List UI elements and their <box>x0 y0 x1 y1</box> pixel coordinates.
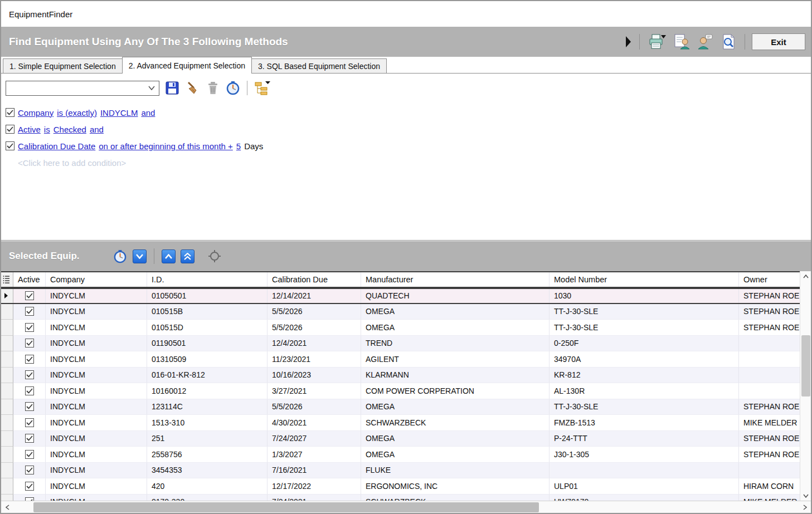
row-active-checkbox[interactable] <box>25 386 34 395</box>
row-active-checkbox[interactable] <box>25 482 34 491</box>
row-active-checkbox[interactable] <box>25 434 34 443</box>
condition-row-2: ActiveisCheckedand <box>6 121 806 138</box>
table-row[interactable]: INDYCLM42012/17/2022ERGONOMICS, INCULP01… <box>1 478 800 495</box>
cell-manufacturer: COM POWER CORPERATION <box>361 383 550 399</box>
filter-toolbar <box>1 74 811 99</box>
saved-filter-combobox[interactable] <box>6 81 159 96</box>
clear-filter-button[interactable] <box>185 80 201 96</box>
exit-button[interactable]: Exit <box>752 33 805 50</box>
row-active-checkbox[interactable] <box>25 291 34 300</box>
row-selector[interactable] <box>1 304 13 320</box>
table-row[interactable]: INDYCLM0105050112/14/2021QUADTECH1030STE… <box>1 288 800 304</box>
condition-checkbox[interactable] <box>6 141 14 150</box>
title-bar: EquipmentFinder <box>1 1 811 27</box>
row-active-checkbox[interactable] <box>25 323 34 332</box>
condition-term[interactable]: 5 <box>236 141 241 151</box>
add-condition-prompt[interactable]: <Click here to add condition> <box>6 154 806 171</box>
condition-term[interactable]: Active <box>18 125 41 134</box>
row-selector[interactable] <box>1 415 13 431</box>
condition-term[interactable]: Company <box>18 108 54 118</box>
condition-checkbox[interactable] <box>6 125 14 134</box>
table-row[interactable]: INDYCLM0170-3307/24/2021SCHWARZBECKUW701… <box>1 495 800 501</box>
column-header-manufacturer[interactable]: Manufacturer <box>361 272 550 287</box>
condition-term[interactable]: on or after beginning of this month + <box>99 141 233 151</box>
vertical-scrollbar[interactable] <box>800 271 811 501</box>
table-row[interactable]: INDYCLM25587561/3/2027OMEGAJ30-1-305STEP… <box>1 447 800 463</box>
row-selector[interactable] <box>1 447 13 463</box>
row-active-checkbox[interactable] <box>25 402 34 411</box>
condition-term[interactable]: is <box>44 125 50 134</box>
check-icon <box>26 435 33 441</box>
timer-button[interactable] <box>113 249 128 264</box>
table-row[interactable]: INDYCLM0119050112/4/2021TREND0-250F <box>1 336 800 352</box>
table-row[interactable]: INDYCLM34543537/16/2021FLUKE <box>1 463 800 479</box>
row-selector[interactable] <box>1 478 13 495</box>
vertical-scroll-thumb[interactable] <box>801 335 810 396</box>
column-header-active[interactable]: Active <box>13 272 46 287</box>
column-header-selector[interactable] <box>1 272 13 287</box>
horizontal-scroll-thumb[interactable] <box>33 502 539 512</box>
row-selector[interactable] <box>1 463 13 479</box>
scroll-down-arrow[interactable] <box>800 491 811 501</box>
table-row[interactable]: INDYCLM016-01-KR-81210/16/2023KLARMANNKR… <box>1 368 800 384</box>
delete-filter-button[interactable] <box>206 80 220 96</box>
row-selector[interactable] <box>1 399 13 415</box>
condition-term[interactable]: is (exactly) <box>57 108 97 118</box>
row-active-checkbox[interactable] <box>25 355 34 364</box>
table-row[interactable]: INDYCLM010515D5/5/2026OMEGATT-J-30-SLEST… <box>1 320 800 336</box>
print-button[interactable] <box>646 32 668 51</box>
table-row[interactable]: INDYCLM2517/24/2027OMEGAP-24-TTTSTEPHAN … <box>1 431 800 447</box>
user-query-button[interactable] <box>696 32 714 51</box>
run-button[interactable] <box>624 35 633 49</box>
scroll-right-arrow[interactable] <box>799 501 811 513</box>
tab-3[interactable]: 3. SQL Based Equipment Selection <box>251 58 387 74</box>
row-active-checkbox[interactable] <box>25 450 34 459</box>
row-active-checkbox[interactable] <box>25 339 34 347</box>
table-row[interactable]: INDYCLM010515B5/5/2026OMEGATT-J-30-SLEST… <box>1 304 800 320</box>
table-row[interactable]: INDYCLM123114C5/5/2026OMEGATT-J-30-SLEST… <box>1 399 800 415</box>
row-selector[interactable] <box>1 289 13 303</box>
toolbar-separator <box>745 34 745 50</box>
tab-1[interactable]: 1. Simple Equipment Selection <box>3 58 123 74</box>
condition-term[interactable]: and <box>90 125 104 134</box>
row-selector[interactable] <box>1 495 13 501</box>
row-selector[interactable] <box>1 383 13 399</box>
row-selector[interactable] <box>1 368 13 384</box>
row-active-checkbox[interactable] <box>25 370 34 379</box>
locate-button[interactable] <box>207 249 222 263</box>
row-selector[interactable] <box>1 431 13 447</box>
table-row[interactable]: INDYCLM1513-3104/30/2021SCHWARZBECKFMZB-… <box>1 415 800 431</box>
row-active-checkbox[interactable] <box>25 466 34 474</box>
timer-filter-button[interactable] <box>225 80 241 96</box>
preview-button[interactable] <box>719 32 738 51</box>
column-header-id[interactable]: I.D. <box>147 272 268 287</box>
column-header-cal_due[interactable]: Calibration Due <box>268 272 361 287</box>
condition-term[interactable]: Checked <box>54 125 86 134</box>
row-selector[interactable] <box>1 320 13 336</box>
horizontal-scrollbar[interactable] <box>1 501 811 513</box>
table-row[interactable]: INDYCLM0131050911/23/2021AGILENT34970A <box>1 351 800 368</box>
condition-term[interactable]: Calibration Due Date <box>18 141 95 151</box>
save-filter-button[interactable] <box>164 80 180 96</box>
tab-2[interactable]: 2. Advanced Equipment Selection <box>122 57 252 74</box>
report-user-button[interactable] <box>672 32 691 51</box>
table-row[interactable]: INDYCLM101600123/27/2021COM POWER CORPER… <box>1 383 800 399</box>
scroll-up-arrow[interactable] <box>800 271 811 281</box>
row-active-checkbox[interactable] <box>25 418 34 427</box>
cell-id: 123114C <box>147 399 268 415</box>
column-header-owner[interactable]: Owner <box>739 272 800 287</box>
move-down-button[interactable] <box>133 249 147 263</box>
row-selector[interactable] <box>1 336 13 352</box>
condition-checkbox[interactable] <box>6 108 14 117</box>
move-top-button[interactable] <box>181 249 195 263</box>
scroll-left-arrow[interactable] <box>1 501 13 513</box>
row-selector[interactable] <box>1 351 13 368</box>
condition-term[interactable]: and <box>141 108 155 118</box>
condition-term[interactable]: INDYCLM <box>100 108 138 118</box>
row-marker-icon <box>4 292 8 299</box>
row-active-checkbox[interactable] <box>25 307 34 316</box>
tree-view-button[interactable] <box>254 80 271 96</box>
column-header-company[interactable]: Company <box>46 272 147 287</box>
move-up-button[interactable] <box>162 249 176 263</box>
column-header-model[interactable]: Model Number <box>550 272 739 287</box>
